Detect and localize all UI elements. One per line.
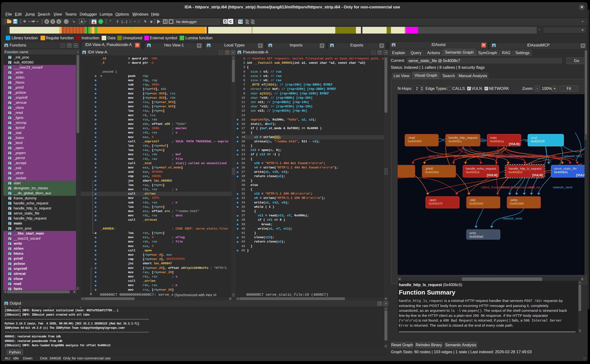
svg-text:[VULN]: [VULN] xyxy=(509,142,519,146)
svg-text:write: write xyxy=(469,231,476,235)
svg-text:read: read xyxy=(531,136,537,139)
svg-text:0x400841: 0x400841 xyxy=(554,170,568,174)
svg-text:vulnerable_via: vulnerable_via xyxy=(536,154,556,158)
svg-text:0x400380: 0x400380 xyxy=(510,202,524,205)
svg-text:.open: .open xyxy=(429,198,437,202)
svg-text:0x400470: 0x400470 xyxy=(429,202,443,205)
svg-text:0x400400: 0x400400 xyxy=(408,139,422,143)
svg-text:.write: .write xyxy=(510,198,517,202)
svg-text:[VULN]: [VULN] xyxy=(487,173,497,177)
svg-text:0x400b1a: 0x400b1a xyxy=(490,139,504,143)
svg-text:handle_http_ls_request: handle_http_ls_request xyxy=(509,167,542,170)
svg-text:0x403120: 0x403120 xyxy=(531,139,545,143)
svg-text:0x400440: 0x400440 xyxy=(469,202,483,205)
svg-text:network_send: network_send xyxy=(503,217,522,220)
svg-text:serve_static_file: serve_static_file xyxy=(554,167,577,170)
svg-text:[VULN]: [VULN] xyxy=(532,173,543,177)
svg-text:0x4003b0: 0x4003b0 xyxy=(425,170,439,174)
svg-text:network_recv: network_recv xyxy=(563,154,582,158)
svg-text:0x4005c6: 0x4005c6 xyxy=(466,170,479,174)
svg-text:0x4006c5: 0x4006c5 xyxy=(509,170,522,174)
svg-text:handle_http_request: handle_http_request xyxy=(449,136,477,139)
svg-text:network_send: network_send xyxy=(553,185,572,189)
svg-text:able_via: able_via xyxy=(528,185,540,189)
svg-text:0x4030e0: 0x4030e0 xyxy=(469,235,483,238)
svg-text:.printf: .printf xyxy=(425,167,433,170)
svg-text:handle_echo_request: handle_echo_request xyxy=(466,167,496,170)
svg-text:0x4009cc: 0x4009cc xyxy=(449,139,462,143)
svg-text:main: main xyxy=(490,136,497,139)
svg-text:.stat: .stat xyxy=(469,198,475,202)
svg-text:.read: .read xyxy=(408,136,415,139)
